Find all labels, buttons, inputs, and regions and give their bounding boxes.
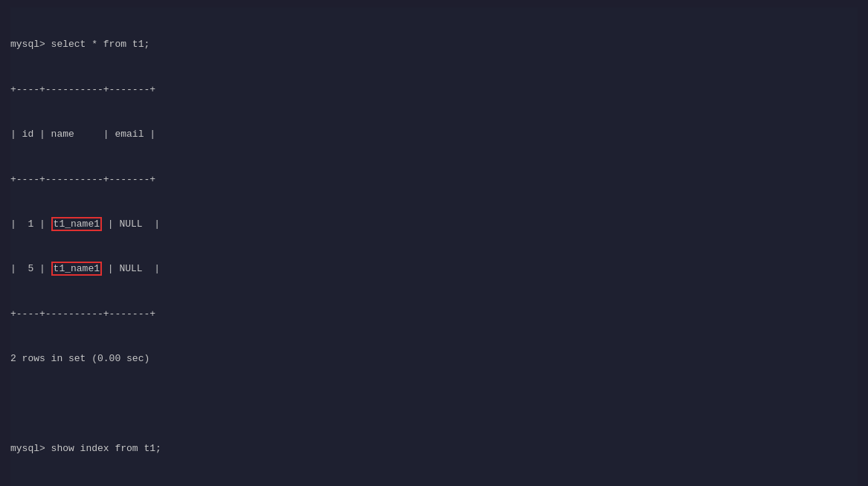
line-1: mysql> select * from t1;	[10, 37, 858, 52]
terminal-output: mysql> select * from t1; +----+---------…	[10, 7, 858, 486]
line-5: | 1 | t1_name1 | NULL |	[10, 217, 858, 232]
line-7: +----+----------+-------+	[10, 307, 858, 322]
t1-name1-row2: t1_name1	[51, 262, 102, 276]
terminal-container: mysql> select * from t1; +----+---------…	[10, 7, 858, 486]
line-2: +----+----------+-------+	[10, 82, 858, 97]
line-9: mysql> show index from t1;	[10, 441, 858, 456]
t1-name1-row1: t1_name1	[51, 217, 102, 231]
line-blank1	[10, 397, 858, 412]
line-3: | id | name | email |	[10, 127, 858, 142]
line-8: 2 rows in set (0.00 sec)	[10, 351, 858, 366]
line-4: +----+----------+-------+	[10, 172, 858, 187]
line-6: | 5 | t1_name1 | NULL |	[10, 262, 858, 276]
